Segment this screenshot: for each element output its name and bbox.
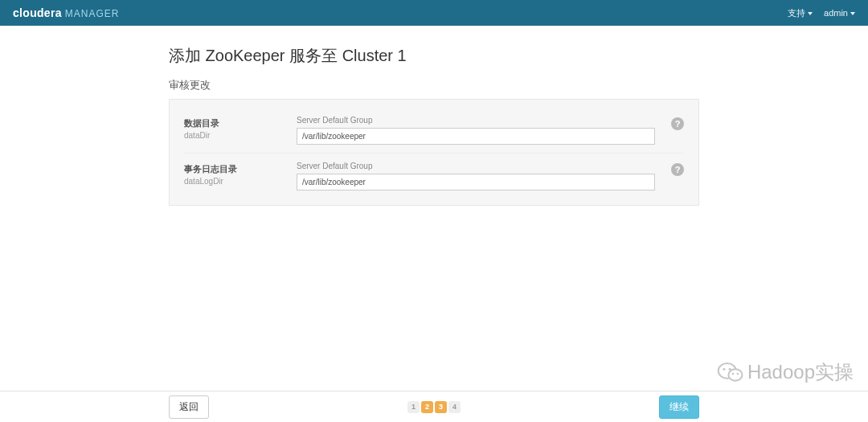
nav-support-label: 支持 [788, 7, 805, 19]
field-col: Server Default Group [297, 162, 655, 191]
svg-point-4 [732, 373, 735, 375]
form-row-datalogdir: 事务日志目录 dataLogDir Server Default Group ? [184, 154, 684, 199]
field-sublabel: dataLogDir [184, 177, 297, 186]
field-label: 数据目录 [184, 117, 297, 129]
field-col: Server Default Group [297, 116, 655, 145]
help-icon[interactable]: ? [671, 117, 684, 130]
nav-support-menu[interactable]: 支持 [788, 7, 813, 19]
page-body: 添加 ZooKeeper 服务至 Cluster 1 审核更改 数据目录 dat… [169, 26, 699, 206]
group-label: Server Default Group [297, 162, 655, 170]
help-col: ? [655, 116, 684, 130]
help-icon[interactable]: ? [671, 163, 684, 176]
field-sublabel: dataDir [184, 131, 297, 140]
config-panel: 数据目录 dataDir Server Default Group ? 事务日志… [169, 99, 699, 206]
wizard-step-4[interactable]: 4 [448, 401, 461, 413]
form-row-datadir: 数据目录 dataDir Server Default Group ? [184, 108, 684, 154]
wechat-icon [717, 361, 744, 383]
datadir-input[interactable] [297, 128, 655, 145]
svg-point-2 [723, 368, 725, 371]
wizard-footer: 返回 1234 继续 [0, 391, 868, 422]
caret-down-icon [808, 12, 813, 15]
nav-right: 支持 admin [788, 7, 855, 19]
nav-user-label: admin [824, 8, 848, 18]
help-col: ? [655, 162, 684, 176]
field-label: 事务日志目录 [184, 163, 297, 175]
wizard-step-1[interactable]: 1 [407, 401, 420, 413]
page-subtitle: 审核更改 [169, 78, 699, 92]
watermark-text: Hadoop实操 [747, 359, 854, 385]
label-col: 事务日志目录 dataLogDir [184, 162, 297, 186]
page-title: 添加 ZooKeeper 服务至 Cluster 1 [169, 45, 699, 67]
caret-down-icon [850, 12, 855, 15]
svg-point-5 [737, 373, 739, 375]
nav-user-menu[interactable]: admin [824, 8, 855, 18]
svg-point-3 [729, 368, 731, 371]
brand-sub: MANAGER [65, 8, 120, 19]
wizard-steps: 1234 [407, 401, 461, 413]
brand-main: cloudera [13, 6, 62, 19]
wizard-step-3[interactable]: 3 [435, 401, 447, 413]
label-col: 数据目录 dataDir [184, 116, 297, 140]
top-navbar: cloudera MANAGER 支持 admin [0, 0, 868, 26]
svg-point-1 [728, 369, 742, 380]
group-label: Server Default Group [297, 116, 655, 125]
back-button[interactable]: 返回 [169, 395, 209, 419]
continue-button[interactable]: 继续 [659, 395, 699, 419]
wizard-step-2[interactable]: 2 [421, 401, 433, 413]
brand[interactable]: cloudera MANAGER [13, 6, 119, 19]
watermark: Hadoop实操 [717, 359, 854, 385]
datalogdir-input[interactable] [297, 174, 655, 191]
